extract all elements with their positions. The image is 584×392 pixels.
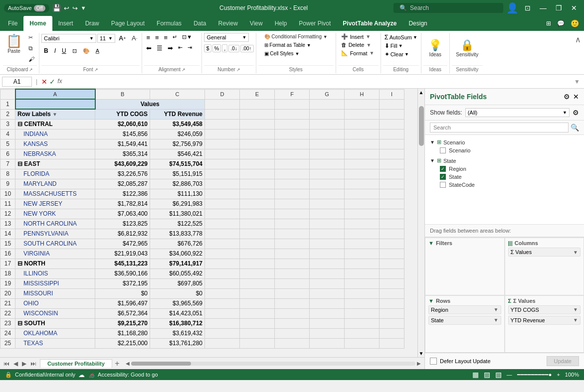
cell-b14[interactable]: $6,812,932 bbox=[95, 229, 150, 239]
cell-f4[interactable] bbox=[275, 129, 310, 139]
cell-g19[interactable] bbox=[310, 278, 345, 288]
clipboard-expand-icon[interactable]: ↗ bbox=[29, 67, 33, 72]
cell-i25[interactable] bbox=[380, 338, 404, 348]
cell-d1[interactable] bbox=[205, 99, 240, 109]
cell-d23[interactable] bbox=[205, 318, 240, 328]
cell-f19[interactable] bbox=[275, 278, 310, 288]
cell-e22[interactable] bbox=[240, 308, 275, 318]
font-size-increase-btn[interactable]: A+ bbox=[116, 33, 128, 43]
cell-a6[interactable]: NEBRASKA bbox=[15, 149, 95, 159]
cell-c7[interactable]: $74,515,704 bbox=[150, 159, 205, 169]
wrap-text-button[interactable]: ↵ bbox=[171, 33, 179, 42]
add-sheet-button[interactable]: + bbox=[112, 359, 122, 369]
cell-f23[interactable] bbox=[275, 318, 310, 328]
font-size-box[interactable]: 11 ▼ bbox=[97, 34, 115, 43]
smiley-btn[interactable]: 🙂 bbox=[568, 19, 582, 27]
cell-h21[interactable] bbox=[345, 298, 380, 308]
tab-design[interactable]: Design bbox=[402, 16, 433, 31]
alignment-expand-icon[interactable]: ↗ bbox=[182, 67, 186, 72]
cell-g23[interactable] bbox=[310, 318, 345, 328]
cell-b9[interactable]: $2,085,287 bbox=[95, 179, 150, 189]
cell-d14[interactable] bbox=[205, 229, 240, 239]
cell-i10[interactable] bbox=[380, 189, 404, 199]
pivot-field-item-scenario[interactable]: Scenario bbox=[430, 146, 579, 154]
cell-g21[interactable] bbox=[310, 298, 345, 308]
cell-e13[interactable] bbox=[240, 219, 275, 229]
scroll-down-arrow[interactable]: ▼ bbox=[418, 350, 424, 357]
tab-nav-next[interactable]: ▶ bbox=[20, 360, 28, 367]
cell-h13[interactable] bbox=[345, 219, 380, 229]
tab-data[interactable]: Data bbox=[188, 16, 212, 31]
cell-f15[interactable] bbox=[275, 239, 310, 249]
align-top-button[interactable]: ≡ bbox=[144, 33, 152, 42]
cell-h22[interactable] bbox=[345, 308, 380, 318]
cell-b21[interactable]: $1,596,497 bbox=[95, 298, 150, 308]
show-fields-select[interactable]: (All) ▼ bbox=[465, 108, 570, 117]
ribbon-expand-btn[interactable]: ⊞ bbox=[543, 20, 554, 27]
cell-b13[interactable]: $123,825 bbox=[95, 219, 150, 229]
cell-a2[interactable]: Row Labels ▼ bbox=[15, 109, 95, 119]
cell-b18[interactable]: $36,590,166 bbox=[95, 268, 150, 278]
page-layout-view-icon[interactable]: ▨ bbox=[484, 371, 490, 379]
cell-g2[interactable] bbox=[310, 109, 345, 119]
cell-g13[interactable] bbox=[310, 219, 345, 229]
cell-a15[interactable]: SOUTH CAROLINA bbox=[15, 239, 95, 249]
sheet-tab-customer-profitability[interactable]: Customer Profitability bbox=[40, 359, 112, 368]
cell-a25[interactable]: TEXAS bbox=[15, 338, 95, 348]
cell-a18[interactable]: ILLINOIS bbox=[15, 268, 95, 278]
cell-a7[interactable]: ⊟ EAST bbox=[15, 159, 95, 169]
tab-insert[interactable]: Insert bbox=[52, 16, 79, 31]
cell-c14[interactable]: $13,833,778 bbox=[150, 229, 205, 239]
cell-e17[interactable] bbox=[240, 259, 275, 268]
cell-b11[interactable]: $1,782,814 bbox=[95, 199, 150, 209]
cell-b24[interactable]: $1,168,280 bbox=[95, 328, 150, 338]
ribbon-collapse-btn[interactable]: ∧ bbox=[573, 33, 583, 73]
cell-d3[interactable] bbox=[205, 119, 240, 129]
normal-view-icon[interactable]: ▦ bbox=[472, 371, 479, 379]
cell-h4[interactable] bbox=[345, 129, 380, 139]
cell-f12[interactable] bbox=[275, 209, 310, 219]
tab-help[interactable]: Help bbox=[269, 16, 293, 31]
tab-pivot-analyze[interactable]: PivotTable Analyze bbox=[337, 16, 402, 31]
ideas-button[interactable]: 💡 Ideas bbox=[423, 38, 447, 59]
cell-a19[interactable]: MISSISSIPPI bbox=[15, 278, 95, 288]
cell-c11[interactable]: $6,291,983 bbox=[150, 199, 205, 209]
cell-c10[interactable]: $111,130 bbox=[150, 189, 205, 199]
cell-styles-button[interactable]: ▣ Cell Styles ▼ bbox=[261, 50, 303, 57]
indent-increase-btn[interactable]: ⇥ bbox=[186, 43, 194, 53]
tab-page-layout[interactable]: Page Layout bbox=[105, 16, 151, 31]
cell-d11[interactable] bbox=[205, 199, 240, 209]
pivot-values-ytdrev-item[interactable]: YTD Revenue ▼ bbox=[508, 316, 581, 325]
cell-d17[interactable] bbox=[205, 259, 240, 268]
cell-b17[interactable]: $45,131,223 bbox=[95, 259, 150, 268]
cell-a24[interactable]: OKLAHOMA bbox=[15, 328, 95, 338]
cell-g6[interactable] bbox=[310, 149, 345, 159]
cell-g14[interactable] bbox=[310, 229, 345, 239]
cell-f13[interactable] bbox=[275, 219, 310, 229]
delete-cells-button[interactable]: 🗑 Delete ▼ bbox=[338, 41, 375, 48]
h-scroll-track[interactable] bbox=[131, 362, 415, 366]
cell-b8[interactable]: $3,226,576 bbox=[95, 169, 150, 179]
cell-g18[interactable] bbox=[310, 268, 345, 278]
cell-g24[interactable] bbox=[310, 328, 345, 338]
cell-d6[interactable] bbox=[205, 149, 240, 159]
cell-g11[interactable] bbox=[310, 199, 345, 209]
cell-i4[interactable] bbox=[380, 129, 404, 139]
cell-g25[interactable] bbox=[310, 338, 345, 348]
user-avatar[interactable]: 👤 bbox=[506, 2, 519, 14]
bold-button[interactable]: B bbox=[41, 46, 51, 56]
cell-b7[interactable]: $43,609,229 bbox=[95, 159, 150, 169]
cell-h3[interactable] bbox=[345, 119, 380, 129]
cell-e10[interactable] bbox=[240, 189, 275, 199]
cell-g17[interactable] bbox=[310, 259, 345, 268]
cell-d15[interactable] bbox=[205, 239, 240, 249]
cell-f1[interactable] bbox=[275, 99, 310, 109]
pivot-settings-icon[interactable]: ⚙ bbox=[564, 93, 570, 101]
cell-h15[interactable] bbox=[345, 239, 380, 249]
cell-h20[interactable] bbox=[345, 288, 380, 298]
align-right-button[interactable]: ➡ bbox=[166, 43, 175, 53]
cell-b6[interactable]: $365,314 bbox=[95, 149, 150, 159]
cell-e8[interactable] bbox=[240, 169, 275, 179]
close-btn[interactable]: ✕ bbox=[568, 4, 580, 12]
cell-h7[interactable] bbox=[345, 159, 380, 169]
